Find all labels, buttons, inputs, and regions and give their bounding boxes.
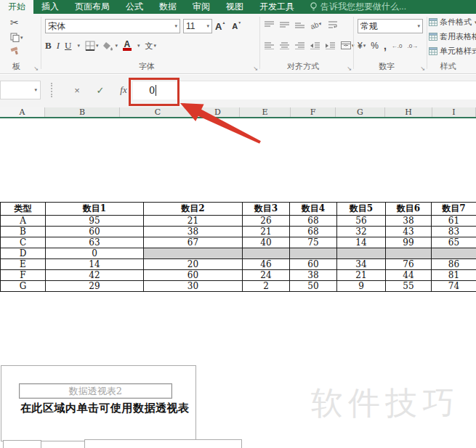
column-header-I[interactable]: I xyxy=(432,107,476,117)
conditional-formatting-button[interactable]: 条件格式▾ xyxy=(429,17,476,28)
value-cell[interactable]: 76 xyxy=(386,259,432,270)
value-cell[interactable]: 14 xyxy=(46,259,144,270)
value-cell[interactable]: 30 xyxy=(144,281,243,292)
column-header-A[interactable]: A xyxy=(0,107,45,117)
ribbon-tab-审阅[interactable]: 审阅 xyxy=(185,0,218,14)
value-cell[interactable]: 40 xyxy=(243,237,290,248)
value-cell[interactable]: 44 xyxy=(386,270,432,281)
ribbon-tab-开发工具[interactable]: 开发工具 xyxy=(251,0,302,14)
increase-indent-button[interactable] xyxy=(326,42,335,49)
copy-button[interactable]: ▾ xyxy=(10,33,23,42)
underline-dropdown[interactable]: ▾ xyxy=(77,43,80,49)
tell-me-box[interactable]: 告诉我您想要做什么... xyxy=(302,0,406,14)
value-cell[interactable] xyxy=(290,248,337,259)
underline-button[interactable]: U xyxy=(65,40,71,52)
value-cell[interactable]: 29 xyxy=(46,281,144,292)
type-cell[interactable]: G xyxy=(1,281,46,292)
value-cell[interactable] xyxy=(386,248,432,259)
table-header-cell[interactable]: 数目3 xyxy=(243,203,290,216)
format-painter-button[interactable] xyxy=(10,46,20,55)
table-header-cell[interactable]: 数目2 xyxy=(144,203,243,216)
value-cell[interactable]: 60 xyxy=(46,227,144,237)
cut-button[interactable]: ✂ xyxy=(10,17,19,28)
value-cell[interactable]: 21 xyxy=(337,270,386,281)
number-format-select[interactable]: 常规 ▾ xyxy=(358,19,423,33)
align-right-button[interactable] xyxy=(295,42,304,49)
value-cell[interactable]: 67 xyxy=(144,237,243,248)
table-header-cell[interactable]: 数目7 xyxy=(432,203,476,216)
value-cell[interactable]: 14 xyxy=(337,237,386,248)
value-cell[interactable]: 43 xyxy=(386,227,432,237)
merge-center-button[interactable]: ▾ xyxy=(341,41,355,49)
bold-button[interactable]: B xyxy=(45,40,52,52)
value-cell[interactable]: 24 xyxy=(243,270,290,281)
value-cell[interactable]: 60 xyxy=(290,259,337,270)
alignment-dialog-launcher[interactable]: ↘ xyxy=(347,66,352,72)
value-cell[interactable]: 32 xyxy=(337,227,386,237)
column-header-H[interactable]: H xyxy=(385,107,432,117)
value-cell[interactable] xyxy=(243,248,290,259)
value-cell[interactable]: 55 xyxy=(386,281,432,292)
value-cell[interactable]: 34 xyxy=(337,259,386,270)
align-middle-button[interactable] xyxy=(280,21,289,28)
borders-button[interactable]: ▾ xyxy=(85,41,99,51)
table-header-cell[interactable]: 数目4 xyxy=(290,203,337,216)
decrease-indent-button[interactable] xyxy=(310,42,320,49)
pivot-drop-area-right[interactable] xyxy=(84,439,242,448)
value-cell[interactable]: 63 xyxy=(46,237,144,248)
enter-button[interactable]: ✓ xyxy=(92,81,109,99)
ribbon-tab-页面布局[interactable]: 页面布局 xyxy=(67,0,118,14)
column-header-G[interactable]: G xyxy=(336,107,385,117)
align-bottom-button[interactable] xyxy=(295,21,304,28)
value-cell[interactable] xyxy=(337,248,386,259)
ribbon-tab-插入[interactable]: 插入 xyxy=(33,0,67,14)
value-cell[interactable]: 86 xyxy=(432,259,476,270)
type-cell[interactable]: D xyxy=(1,248,46,259)
type-cell[interactable]: F xyxy=(1,270,46,281)
orientation-button[interactable]: ab▾ xyxy=(310,19,323,30)
value-cell[interactable]: 99 xyxy=(386,237,432,248)
type-cell[interactable]: E xyxy=(1,259,46,270)
value-cell[interactable]: 38 xyxy=(290,270,337,281)
value-cell[interactable]: 56 xyxy=(337,216,386,227)
table-header-cell[interactable]: 数目6 xyxy=(386,203,432,216)
pivot-table-area[interactable]: 数据透视表2 在此区域内单击可使用数据透视表 xyxy=(1,365,196,441)
phonetic-guide-button[interactable]: 文▾ xyxy=(145,41,156,52)
value-cell[interactable]: 38 xyxy=(386,216,432,227)
align-left-button[interactable] xyxy=(265,42,274,49)
increase-decimal-button[interactable]: ←.0 xyxy=(392,43,403,49)
italic-button[interactable]: I xyxy=(57,40,60,52)
fill-color-button[interactable]: ▾ xyxy=(103,41,118,51)
column-header-F[interactable]: F xyxy=(291,107,336,117)
value-cell[interactable]: 60 xyxy=(144,270,243,281)
value-cell[interactable]: 83 xyxy=(432,227,476,237)
type-cell[interactable]: C xyxy=(1,237,46,248)
value-cell[interactable] xyxy=(144,248,243,259)
ribbon-tab-开始[interactable]: 开始 xyxy=(0,0,33,14)
value-cell[interactable]: 21 xyxy=(144,216,243,227)
ribbon-tab-公式[interactable]: 公式 xyxy=(118,0,151,14)
value-cell[interactable]: 0 xyxy=(46,248,144,259)
table-header-cell[interactable]: 数目5 xyxy=(337,203,386,216)
format-as-table-button[interactable]: 套用表格格式▾ xyxy=(429,31,476,42)
value-cell[interactable]: 26 xyxy=(243,216,290,227)
cancel-button[interactable]: × xyxy=(68,81,86,99)
value-cell[interactable]: 2 xyxy=(243,281,290,292)
type-cell[interactable]: A xyxy=(1,216,46,227)
percent-style-button[interactable]: % xyxy=(371,41,379,51)
increase-font-size-button[interactable]: A▲ xyxy=(215,21,229,32)
value-cell[interactable] xyxy=(432,248,476,259)
comma-style-button[interactable]: , xyxy=(384,40,387,52)
value-cell[interactable]: 9 xyxy=(337,281,386,292)
name-box[interactable]: ▾ xyxy=(0,81,41,99)
value-cell[interactable]: 38 xyxy=(144,227,243,237)
wrap-text-button[interactable] xyxy=(328,20,338,29)
ribbon-tab-视图[interactable]: 视图 xyxy=(218,0,251,14)
value-cell[interactable]: 75 xyxy=(290,237,337,248)
column-header-B[interactable]: B xyxy=(45,107,120,117)
value-cell[interactable]: 46 xyxy=(243,259,290,270)
value-cell[interactable]: 81 xyxy=(432,270,476,281)
pivot-drop-area-left[interactable] xyxy=(3,440,41,448)
value-cell[interactable]: 20 xyxy=(144,259,243,270)
font-color-button[interactable]: A xyxy=(123,41,132,51)
